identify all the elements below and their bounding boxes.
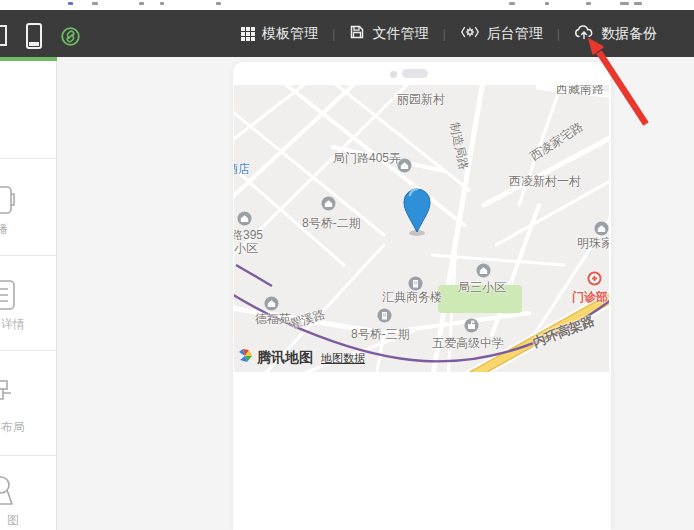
map-location-pin [234,85,609,372]
sidebar-item-layout[interactable]: 布局 [0,351,56,455]
sidebar-item-label: 布局 [0,419,36,436]
browser-edge-mark [139,2,144,5]
map-attribution: 腾讯地图 地图数据 [237,348,365,368]
save-icon [349,24,365,43]
menu-file-manage[interactable]: 文件管理 [338,24,439,43]
browser-edge-mark [160,2,164,5]
browser-edge-mark [586,2,591,5]
menu-label: 文件管理 [372,25,428,43]
browser-edge-mark [620,2,629,5]
menu-label: 模板管理 [262,25,318,43]
map-brand: 腾讯地图 [257,349,313,367]
monitor-icon[interactable] [0,25,7,46]
toolbar-menu: 模板管理 | 文件管理 | 后台管理 [230,10,668,57]
top-toolbar: 模板管理 | 文件管理 | 后台管理 [0,10,694,57]
sidebar-item-carousel[interactable]: 播 [0,159,56,255]
phone-preview-canvas: 丽园新村西藏南路制造局路西凌家宅路西凌新村一村局门路405弄酒店8号桥-二期路3… [233,62,611,530]
gear-icon [460,24,480,43]
sidebar-item-label: 详情 [0,316,36,333]
sidebar-item-label: 图 [0,512,36,529]
cloud-upload-icon [574,24,594,43]
tencent-map-logo [237,348,253,368]
document-icon [0,278,17,316]
sidebar-item-map[interactable]: 图 [0,456,56,530]
menu-backend-manage[interactable]: 后台管理 [449,24,554,43]
carousel-icon [0,183,17,219]
phone-speaker-pill [402,69,428,78]
sidebar-item-label: 播 [0,221,26,238]
menu-separator: | [329,26,338,41]
menu-separator: | [439,26,448,41]
layout-icon [0,379,17,419]
grid-icon [241,27,255,41]
browser-edge-mark [634,2,642,5]
map-data-link[interactable]: 地图数据 [321,351,365,366]
menu-separator: | [554,26,563,41]
browser-edge-mark [68,2,73,5]
menu-data-backup[interactable]: 数据备份 [563,24,668,43]
browser-edge-mark [545,2,549,5]
link-icon[interactable] [61,27,80,46]
menu-label: 数据备份 [601,25,657,43]
phone-camera-dot [390,71,397,78]
browser-edge-mark [216,2,221,5]
app-window: 模板管理 | 文件管理 | 后台管理 [0,0,694,530]
component-sidebar: 播 详情 布局 图 [0,61,57,530]
browser-edge-mark [92,2,98,5]
sidebar-item-detail[interactable]: 详情 [0,256,56,352]
map-pin-icon [0,474,17,514]
map-widget[interactable]: 丽园新村西藏南路制造局路西凌家宅路西凌新村一村局门路405弄酒店8号桥-二期路3… [234,85,609,372]
menu-label: 后台管理 [487,25,543,43]
menu-template-manage[interactable]: 模板管理 [230,25,329,43]
browser-edge-mark [509,2,515,5]
phone-preview-icon[interactable] [26,23,42,49]
